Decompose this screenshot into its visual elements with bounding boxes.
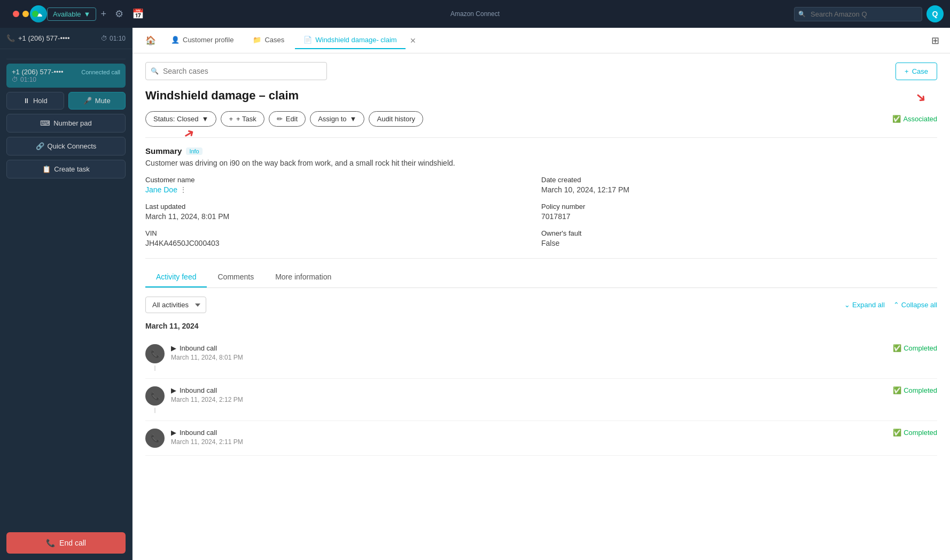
vin-label: VIN	[145, 229, 541, 237]
activity-filter-select[interactable]: All activities	[145, 297, 206, 313]
status-chevron: ▼	[84, 10, 91, 18]
tab-home[interactable]: 🏠	[141, 33, 160, 48]
q-button[interactable]: Q	[926, 5, 944, 22]
quick-connects-button[interactable]: 🔗 Quick Connects	[6, 137, 126, 155]
list-item: 📞 ▶ Inbound call ✅ Completed	[145, 421, 937, 456]
add-case-icon: +	[905, 67, 909, 75]
close-traffic-light[interactable]	[13, 11, 19, 17]
activity-list: 📞 ▶ Inbound call ✅ Completed	[145, 337, 937, 456]
expand-all-button[interactable]: ⌄ Expand all	[844, 301, 885, 309]
associated-button[interactable]: ✅ Associated	[892, 115, 937, 123]
number-pad-button[interactable]: ⌨ Number pad	[6, 114, 126, 133]
expand-all-label: Expand all	[852, 301, 885, 309]
create-task-icon: 📋	[42, 165, 51, 173]
date-created-item: Date created March 10, 2024, 12:17 PM	[541, 176, 937, 194]
check-icon-2: ✅	[893, 386, 901, 394]
status-closed-button[interactable]: Status: Closed ▼	[145, 111, 216, 127]
customer-name-value[interactable]: Jane Doe ⋮	[145, 185, 541, 194]
assign-label: Assign to	[318, 115, 346, 123]
case-title: Windshield damage – claim	[145, 89, 937, 103]
filter-row: All activities ⌄ Expand all ⌃ Collapse a…	[145, 297, 937, 313]
search-cases-row: + Case	[145, 62, 937, 80]
triangle-icon-1: ▶	[171, 344, 176, 352]
traffic-lights	[13, 11, 38, 17]
activity-status-3: ✅ Completed	[893, 429, 937, 437]
activity-feed-tab[interactable]: Activity feed	[145, 267, 207, 287]
owners-fault-value: False	[541, 239, 937, 247]
more-options-icon[interactable]: ⋮	[180, 185, 187, 194]
settings-button[interactable]: ⚙	[111, 6, 128, 22]
edit-label: Edit	[286, 115, 298, 123]
more-information-tab[interactable]: More information	[264, 267, 342, 287]
details-grid: Customer name Jane Doe ⋮ Date created Ma…	[145, 176, 937, 247]
audit-history-button[interactable]: Audit history	[369, 111, 423, 127]
summary-title: Summary	[145, 146, 182, 155]
red-arrow-annotation-1: ➜	[181, 125, 197, 143]
comments-tab[interactable]: Comments	[207, 267, 264, 287]
chevron-down-expand-icon: ⌄	[844, 301, 850, 309]
mute-button[interactable]: 🎤 Mute	[68, 92, 126, 110]
activity-expand-1[interactable]: ▶ Inbound call	[171, 344, 217, 352]
timer-text: 01:10	[110, 35, 126, 42]
end-call-icon: 📞	[46, 539, 55, 547]
status-button[interactable]: Available ▼	[47, 7, 96, 21]
add-case-button[interactable]: + Case	[896, 63, 937, 80]
activity-feed-label: Activity feed	[156, 273, 196, 281]
windshield-tab-label: Windshield damage- claim	[315, 36, 396, 44]
audit-label: Audit history	[377, 115, 415, 123]
hold-button[interactable]: ⏸ Hold	[6, 92, 64, 110]
activity-expand-2[interactable]: ▶ Inbound call	[171, 386, 217, 394]
customer-name-item: Customer name Jane Doe ⋮	[145, 176, 541, 194]
activity-title-2: Inbound call	[180, 386, 217, 394]
task-label: + Task	[236, 115, 256, 123]
hold-icon: ⏸	[23, 97, 30, 105]
maximize-traffic-light[interactable]	[32, 11, 38, 17]
end-call-button[interactable]: 📞 End call	[6, 532, 126, 554]
minimize-traffic-light[interactable]	[22, 11, 29, 17]
edit-icon: ✏	[277, 115, 283, 123]
assign-button[interactable]: Assign to ▼	[310, 111, 364, 127]
left-sidebar: 📞 +1 (206) 577-•••• ⏱ 01:10 +1 (206) 577…	[0, 28, 133, 560]
collapse-all-button[interactable]: ⌃ Collapse all	[893, 301, 937, 309]
activity-status-2: ✅ Completed	[893, 386, 937, 394]
list-item: 📞 ▶ Inbound call ✅ Completed	[145, 337, 937, 379]
calendar-button[interactable]: 📅	[128, 6, 148, 22]
hold-label: Hold	[33, 97, 48, 105]
add-task-button[interactable]: + + Task	[221, 111, 264, 127]
tab-windshield-claim[interactable]: 📄 Windshield damage- claim	[295, 32, 405, 49]
grid-view-button[interactable]: ⊞	[929, 33, 941, 49]
summary-text: Customer was driving on i90 on the way b…	[145, 159, 937, 167]
status-closed-label: Status: Closed	[153, 115, 199, 123]
number-pad-icon: ⌨	[40, 119, 50, 127]
activity-icon-3: 📞	[145, 429, 165, 448]
triangle-icon-3: ▶	[171, 429, 176, 437]
create-task-label: Create task	[54, 165, 89, 173]
activity-content-1: ▶ Inbound call ✅ Completed March 11, 202…	[171, 344, 937, 361]
activity-expand-3[interactable]: ▶ Inbound call	[171, 429, 217, 437]
connected-timer: ⏱ 01:10	[12, 76, 120, 83]
more-info-label: More information	[275, 273, 331, 281]
edit-button[interactable]: ✏ Edit	[269, 111, 306, 127]
assign-chevron-icon: ▼	[350, 115, 357, 123]
search-amazon-q-input[interactable]	[794, 7, 922, 21]
mute-label: Mute	[95, 97, 111, 105]
tab-customer-profile[interactable]: 👤 Customer profile	[162, 32, 242, 49]
tab-cases[interactable]: 📁 Cases	[244, 32, 293, 49]
quick-connects-icon: 🔗	[36, 142, 44, 150]
policy-number-value: 7017817	[541, 212, 937, 221]
cases-icon: 📁	[253, 36, 261, 44]
customer-profile-icon: 👤	[171, 36, 180, 44]
task-icon: +	[229, 115, 233, 123]
create-task-button[interactable]: 📋 Create task	[6, 160, 126, 178]
status-text-3: Completed	[904, 429, 937, 437]
app-title: Amazon Connect	[450, 10, 500, 18]
activity-title-3: Inbound call	[180, 429, 217, 437]
tab-close-button[interactable]: ✕	[410, 36, 416, 45]
activity-date-1: March 11, 2024, 8:01 PM	[171, 354, 937, 361]
chevron-up-collapse-icon: ⌃	[893, 301, 899, 309]
connected-row: +1 (206) 577-•••• Connected call ⏱ 01:10	[6, 64, 126, 88]
search-cases-wrapper	[145, 62, 327, 80]
add-button[interactable]: +	[96, 6, 111, 22]
action-bar: Status: Closed ▼ ➜ + + Task ✏ Edit Assig…	[145, 111, 937, 127]
search-cases-input[interactable]	[145, 62, 327, 80]
